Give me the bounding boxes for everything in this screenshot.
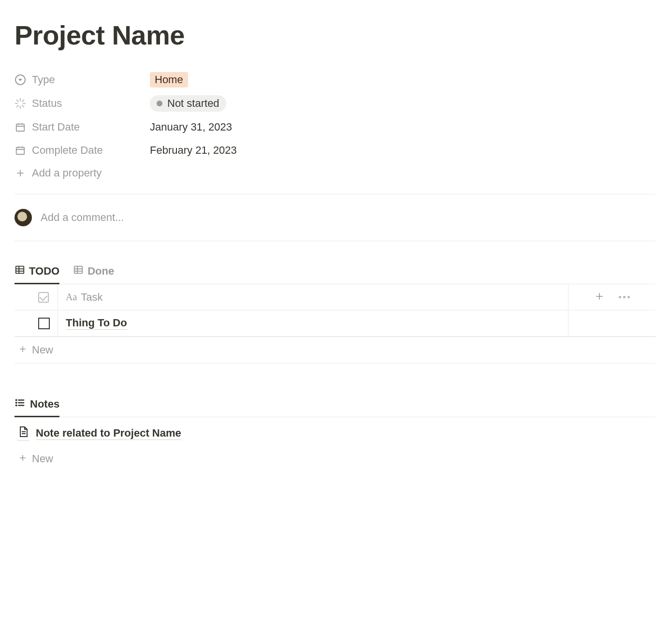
add-column-button[interactable] <box>595 292 604 303</box>
todo-tabs: TODO Done <box>15 264 655 284</box>
property-value[interactable]: Not started <box>150 95 226 112</box>
note-item[interactable]: Note related to Project Name <box>15 417 655 446</box>
property-type[interactable]: Type Home <box>15 68 655 91</box>
comment-input[interactable]: Add a comment... <box>41 211 124 224</box>
property-label-text: Start Date <box>32 121 80 133</box>
add-row-button[interactable]: New <box>15 337 655 364</box>
tab-label: TODO <box>29 265 59 278</box>
property-value[interactable]: Home <box>150 72 188 88</box>
status-icon <box>15 98 26 109</box>
tag-home[interactable]: Home <box>150 72 188 88</box>
svg-point-33 <box>16 402 17 403</box>
tab-todo[interactable]: TODO <box>15 264 59 284</box>
add-property-button[interactable]: Add a property <box>15 162 655 184</box>
page-title[interactable]: Project Name <box>15 19 655 51</box>
status-dot-icon <box>157 101 162 106</box>
property-label-text: Type <box>32 73 55 86</box>
property-value[interactable]: January 31, 2023 <box>150 121 232 133</box>
calendar-icon <box>15 145 26 156</box>
svg-rect-20 <box>16 266 24 274</box>
table-header: Aa Task <box>15 284 655 310</box>
property-label: Type <box>15 73 150 86</box>
plus-icon <box>18 453 27 465</box>
svg-line-8 <box>17 105 18 107</box>
svg-line-4 <box>17 100 18 102</box>
text-icon: Aa <box>66 292 77 303</box>
note-title: Note related to Project Name <box>36 427 181 440</box>
plus-icon <box>18 344 27 356</box>
svg-point-34 <box>16 405 17 406</box>
plus-icon <box>15 167 26 179</box>
page-icon <box>17 426 29 441</box>
property-complete-date[interactable]: Complete Date February 21, 2023 <box>15 139 655 162</box>
comment-section[interactable]: Add a comment... <box>15 194 655 241</box>
list-icon <box>15 397 25 411</box>
property-label-text: Complete Date <box>32 144 103 157</box>
checkbox-icon <box>38 292 49 303</box>
new-row-label: New <box>32 344 53 356</box>
row-checkbox[interactable] <box>15 310 58 336</box>
status-pill[interactable]: Not started <box>150 95 226 112</box>
tab-done[interactable]: Done <box>73 264 114 284</box>
table-icon <box>73 264 84 278</box>
property-label-text: Status <box>32 97 62 110</box>
row-title[interactable]: Thing To Do <box>58 310 568 336</box>
svg-marker-1 <box>18 79 22 81</box>
notes-section: Notes Note related to Project Name New <box>15 397 655 472</box>
property-label: Status <box>15 97 150 110</box>
property-label: Start Date <box>15 121 150 133</box>
more-icon[interactable] <box>619 296 630 298</box>
tab-label: Done <box>87 265 114 278</box>
table-header-actions <box>568 284 655 310</box>
property-label: Complete Date <box>15 144 150 157</box>
column-task[interactable]: Aa Task <box>58 284 568 310</box>
svg-line-9 <box>22 100 24 102</box>
svg-rect-24 <box>74 266 83 274</box>
todo-table: Aa Task Thing To Do <box>15 284 655 337</box>
add-property-label: Add a property <box>32 167 102 179</box>
select-icon <box>15 74 26 86</box>
svg-line-5 <box>22 105 24 107</box>
avatar <box>15 209 32 226</box>
table-row[interactable]: Thing To Do <box>15 310 655 337</box>
column-label: Task <box>81 291 102 304</box>
property-start-date[interactable]: Start Date January 31, 2023 <box>15 116 655 139</box>
calendar-icon <box>15 121 26 133</box>
svg-point-32 <box>16 400 17 401</box>
property-status[interactable]: Status Not started <box>15 91 655 116</box>
notes-tabs: Notes <box>15 397 655 417</box>
svg-rect-14 <box>16 147 25 155</box>
checkbox-unchecked-icon <box>38 318 50 329</box>
add-note-button[interactable]: New <box>15 446 655 472</box>
svg-rect-10 <box>16 124 25 132</box>
property-value[interactable]: February 21, 2023 <box>150 144 237 157</box>
new-note-label: New <box>32 453 53 465</box>
tab-notes[interactable]: Notes <box>15 397 59 417</box>
tab-label: Notes <box>30 398 59 410</box>
status-text: Not started <box>167 97 219 110</box>
table-icon <box>15 264 25 278</box>
properties-section: Type Home Status Not started Start Date … <box>15 68 655 184</box>
row-empty-cell <box>568 310 655 336</box>
column-checkbox[interactable] <box>15 284 58 310</box>
